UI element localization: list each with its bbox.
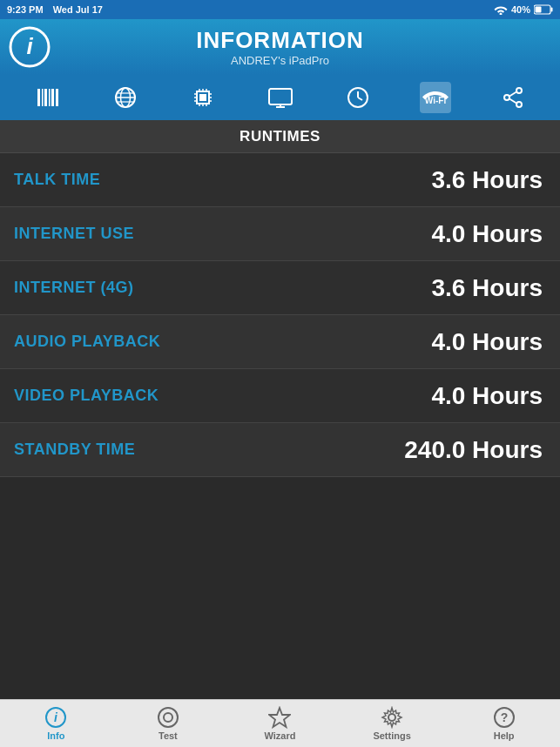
section-header: RUNTIMES (0, 120, 560, 153)
svg-rect-2 (551, 8, 553, 12)
svg-text:Wi-Fi: Wi-Fi (424, 96, 446, 105)
row-label: INTERNET USE (0, 225, 340, 243)
status-time: 9:23 PM (7, 4, 44, 15)
svg-rect-11 (56, 89, 58, 106)
nav-test-label: Test (159, 730, 178, 741)
clock-toolbar-icon[interactable] (342, 82, 374, 113)
test-nav-icon (157, 706, 179, 729)
svg-point-48 (388, 714, 395, 721)
row-value: 3.6 Hours (340, 274, 560, 302)
svg-text:i: i (54, 710, 58, 724)
table-row: INTERNET USE 4.0 Hours (0, 207, 560, 261)
cpu-toolbar-icon[interactable] (187, 82, 219, 113)
svg-line-41 (509, 92, 516, 97)
table-row: INTERNET (4G) 3.6 Hours (0, 261, 560, 315)
svg-point-45 (159, 708, 178, 727)
section-title: RUNTIMES (240, 128, 320, 145)
table-row: STANDBY TIME 240.0 Hours (0, 423, 560, 477)
status-bar: 9:23 PM Wed Jul 17 40% (0, 0, 560, 19)
battery-icon (534, 4, 553, 15)
row-value: 4.0 Hours (340, 382, 560, 410)
svg-rect-3 (536, 7, 542, 13)
toolbar: Wi-Fi (0, 75, 560, 120)
nav-settings[interactable]: Settings (336, 706, 449, 741)
row-label: VIDEO PLAYBACK (0, 387, 340, 405)
svg-point-38 (516, 88, 522, 93)
bottom-nav: i Info Test Wizard Settings ? Help (0, 699, 560, 747)
svg-rect-9 (49, 89, 51, 106)
svg-line-42 (509, 99, 516, 104)
app-header: i INFORMATION ANDREY's iPadPro (0, 19, 560, 75)
table-row: VIDEO PLAYBACK 4.0 Hours (0, 369, 560, 423)
nav-wizard[interactable]: Wizard (224, 706, 336, 741)
row-label: INTERNET (4G) (0, 279, 340, 297)
nav-settings-label: Settings (373, 730, 410, 741)
table-row: TALK TIME 3.6 Hours (0, 153, 560, 207)
svg-rect-31 (269, 89, 292, 104)
svg-text:i: i (26, 33, 33, 59)
wifi-status-icon (494, 4, 508, 15)
runtimes-table: TALK TIME 3.6 Hours INTERNET USE 4.0 Hou… (0, 153, 560, 477)
svg-line-36 (358, 98, 362, 100)
app-logo: i (9, 26, 51, 68)
svg-rect-8 (44, 89, 47, 106)
info-nav-icon: i (44, 706, 67, 729)
app-title: INFORMATION (196, 27, 364, 54)
row-value: 4.0 Hours (340, 328, 560, 356)
table-row: AUDIO PLAYBACK 4.0 Hours (0, 315, 560, 369)
device-name: ANDREY's iPadPro (231, 54, 329, 67)
svg-rect-10 (51, 89, 54, 106)
nav-wizard-label: Wizard (265, 730, 296, 741)
battery-percent: 40% (511, 4, 530, 15)
nav-test[interactable]: Test (112, 706, 225, 741)
empty-area (0, 477, 560, 699)
globe-toolbar-icon[interactable] (110, 82, 141, 113)
svg-rect-7 (42, 89, 44, 106)
share-toolbar-icon[interactable] (497, 82, 529, 113)
svg-point-39 (504, 95, 509, 100)
row-value: 240.0 Hours (340, 436, 560, 464)
row-label: STANDBY TIME (0, 441, 340, 459)
row-label: AUDIO PLAYBACK (0, 333, 340, 351)
main-content: RUNTIMES TALK TIME 3.6 Hours INTERNET US… (0, 120, 560, 699)
status-date: Wed Jul 17 (53, 4, 103, 15)
svg-point-40 (516, 102, 522, 107)
svg-rect-6 (37, 89, 40, 106)
wizard-nav-icon (268, 706, 291, 729)
row-label: TALK TIME (0, 171, 340, 189)
svg-rect-18 (199, 94, 206, 101)
nav-info-label: Info (47, 730, 64, 741)
row-value: 3.6 Hours (340, 166, 560, 194)
help-nav-icon: ? (493, 706, 516, 729)
barcode-toolbar-icon[interactable] (32, 82, 64, 113)
screen-toolbar-icon[interactable] (265, 82, 296, 113)
svg-point-46 (164, 713, 172, 722)
nav-help[interactable]: ? Help (448, 706, 560, 741)
wifi-toolbar-icon[interactable]: Wi-Fi (420, 82, 451, 113)
svg-text:?: ? (500, 710, 508, 724)
nav-info[interactable]: i Info (0, 706, 112, 741)
svg-point-0 (499, 13, 502, 16)
svg-marker-47 (269, 708, 290, 727)
settings-nav-icon (381, 706, 403, 729)
nav-help-label: Help (494, 730, 515, 741)
row-value: 4.0 Hours (340, 220, 560, 248)
